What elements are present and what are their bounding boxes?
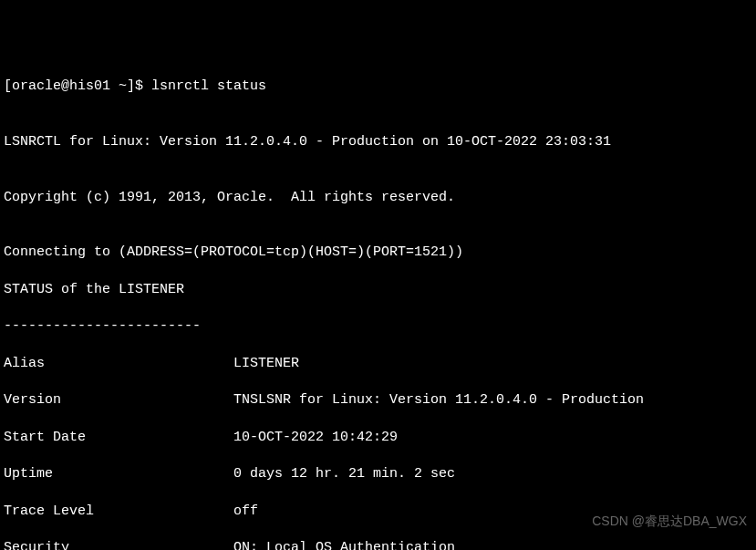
field-version: VersionTNSLSNR for Linux: Version 11.2.0… [4, 391, 752, 410]
field-value: LISTENER [233, 355, 752, 373]
field-uptime: Uptime0 days 12 hr. 21 min. 2 sec [4, 465, 752, 483]
field-label: Version [4, 391, 233, 410]
field-value: ON: Local OS Authentication [233, 539, 752, 550]
shell-prompt: [oracle@his01 ~]$ [4, 78, 151, 94]
command-text: lsnrctl status [151, 78, 266, 94]
field-label: Start Date [4, 429, 233, 447]
prompt-line[interactable]: [oracle@his01 ~]$ lsnrctl status [4, 78, 752, 96]
connecting-line: Connecting to (ADDRESS=(PROTOCOL=tcp)(HO… [4, 244, 752, 262]
divider-line: ------------------------ [4, 317, 752, 336]
watermark-text: CSDN @睿思达DBA_WGX [592, 513, 747, 530]
field-label: Uptime [4, 465, 233, 483]
field-value: 10-OCT-2022 10:42:29 [233, 429, 752, 447]
field-alias: AliasLISTENER [4, 355, 752, 373]
field-security: SecurityON: Local OS Authentication [4, 539, 752, 550]
field-label: Trace Level [4, 503, 233, 521]
status-header-line: STATUS of the LISTENER [4, 281, 752, 299]
field-value: TNSLSNR for Linux: Version 11.2.0.4.0 - … [233, 391, 752, 410]
copyright-line: Copyright (c) 1991, 2013, Oracle. All ri… [4, 189, 752, 207]
field-label: Alias [4, 355, 233, 373]
field-value: 0 days 12 hr. 21 min. 2 sec [233, 465, 752, 483]
banner-line: LSNRCTL for Linux: Version 11.2.0.4.0 - … [4, 133, 752, 151]
field-label: Security [4, 539, 233, 550]
field-start-date: Start Date10-OCT-2022 10:42:29 [4, 429, 752, 447]
